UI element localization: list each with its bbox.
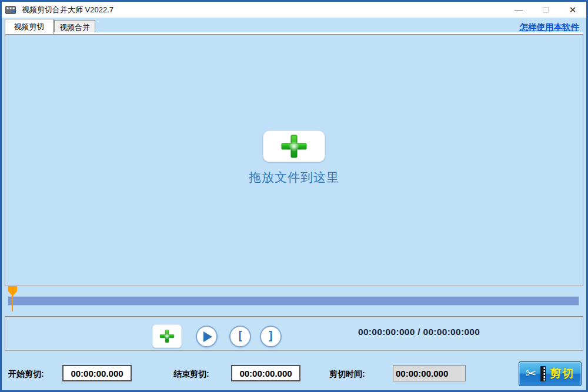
add-file-button[interactable] <box>152 324 182 348</box>
time-display: 00:00:00:000 / 00:00:00:000 <box>358 327 480 337</box>
svg-text:✂: ✂ <box>11 7 17 15</box>
app-icon: ✂ <box>5 5 18 15</box>
add-files-button[interactable] <box>263 130 325 162</box>
timeline-track[interactable] <box>8 296 579 306</box>
maximize-icon <box>543 7 549 13</box>
cut-button-label: 剪切 <box>550 366 574 381</box>
drop-zone[interactable]: 拖放文件到这里 <box>5 34 583 286</box>
plus-icon <box>280 135 308 158</box>
mark-end-button[interactable]: ] <box>260 326 282 347</box>
start-cut-label: 开始剪切: <box>8 369 44 380</box>
play-button[interactable] <box>196 326 218 347</box>
title-bar: ✂ 视频剪切合并大师 V2022.7 — ✕ <box>2 2 586 18</box>
player-controls-panel: [ ] 00:00:00:000 / 00:00:00:000 <box>5 316 583 351</box>
cut-settings-bar: 开始剪切: 结束剪切: 剪切时间: ✂ 剪切 <box>2 351 586 390</box>
close-bracket-icon: ] <box>268 330 274 343</box>
timeline-marker-stem <box>12 295 13 311</box>
end-cut-label: 结束剪切: <box>173 369 209 380</box>
end-cut-input[interactable] <box>231 365 300 381</box>
maximize-button <box>532 2 559 18</box>
minimize-button[interactable]: — <box>505 2 532 18</box>
mark-start-button[interactable]: [ <box>229 326 251 347</box>
plus-icon <box>159 330 175 343</box>
scissors-icon: ✂ <box>526 367 536 380</box>
drop-hint-text: 拖放文件到这里 <box>5 169 583 186</box>
tab-video-cut[interactable]: 视频剪切 <box>5 19 54 34</box>
open-bracket-icon: [ <box>237 330 243 343</box>
cut-button[interactable]: ✂ 剪切 <box>519 361 582 386</box>
app-window: ✂ 视频剪切合并大师 V2022.7 — ✕ 视频剪切 视频合并 怎样使用本软件… <box>0 0 588 392</box>
help-link[interactable]: 怎样使用本软件 <box>520 22 580 33</box>
tab-strip: 视频剪切 视频合并 怎样使用本软件 <box>2 18 586 34</box>
cut-duration-label: 剪切时间: <box>329 369 365 380</box>
close-button[interactable]: ✕ <box>559 2 586 18</box>
window-title: 视频剪切合并大师 V2022.7 <box>22 5 113 15</box>
film-strip-icon <box>540 366 546 381</box>
cut-duration-field <box>393 365 466 381</box>
start-cut-input[interactable] <box>62 365 132 381</box>
play-icon <box>203 331 212 342</box>
timeline-marker[interactable] <box>8 286 17 311</box>
